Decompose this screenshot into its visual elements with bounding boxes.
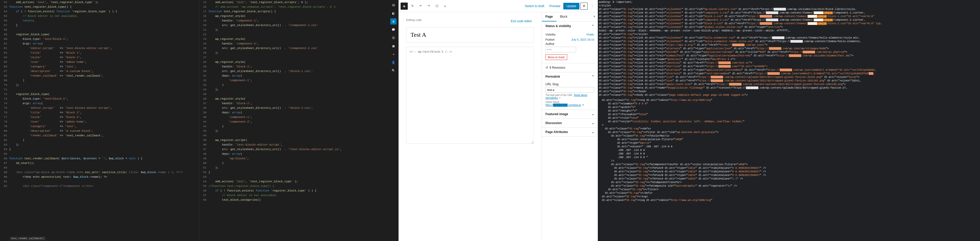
templates-icon[interactable]: ▦ [390, 43, 396, 49]
dom-node[interactable]: dt-attr">class="dt-tag"><link dt-attr">r… [599, 15, 979, 18]
dom-node[interactable]: dt-attr">viewBox="0 0 0 0" [599, 102, 979, 106]
dom-node[interactable]: dt-attr">class="dt-tag"></svg> [599, 195, 979, 199]
dom-node[interactable]: dt-attr">class="dt-tag"><feFuncG dt-attr… [599, 170, 979, 174]
close-sidebar-icon[interactable]: × [591, 12, 598, 21]
post-title-input[interactable] [406, 27, 534, 43]
tab-page[interactable]: Page [542, 12, 557, 21]
panel-discussion-title: Discussion [546, 121, 562, 125]
revisions-link[interactable]: ↺ 9 Revisions [542, 63, 598, 72]
pages-icon[interactable]: 🗎 [390, 18, 396, 24]
dom-node[interactable]: dt-attr">class="dt-tag"></head> [599, 90, 979, 94]
dom-node[interactable]: dt-attr">class="dt-tag"><svg dt-attr">xm… [599, 98, 979, 102]
preview-link[interactable]: Preview [547, 3, 563, 9]
dom-node[interactable]: dt-attr">class="dt-tag"><link dt-attr">r… [599, 83, 979, 86]
dom-node[interactable]: dt-attr">class="dt-tag"><feFuncA dt-attr… [599, 177, 979, 181]
dom-node[interactable]: dt-attr">class="dt-tag"><link dt-attr">r… [599, 54, 979, 58]
dom-node[interactable]: dt-attr">type="matrix" [599, 141, 979, 145]
author-select[interactable]: ▪▪▪▪▪▪ [546, 47, 576, 52]
breadcrumb[interactable]: test_render_callback() [9, 236, 46, 241]
dom-node[interactable]: dt-attr">class="dt-tag"><link dt-attr">r… [599, 18, 979, 22]
users-icon[interactable]: 👤 [390, 59, 396, 65]
post-content-textarea[interactable]: <!-- wp:test/block-1 /--> [406, 47, 534, 144]
permalink-url[interactable]: https://████████.com/test-a/ ↗ [546, 104, 594, 106]
dom-node[interactable]: dt-attr">class="dt-tag"><link dt-attr">r… [599, 68, 979, 72]
devtools-elements-panel[interactable]: padding: 0 !important; </style> dt-attr"… [598, 0, 980, 241]
dom-node[interactable]: body{--wp--preset--color--black: #000000… [599, 29, 979, 33]
dom-node[interactable]: dt-attr">class="dt-tag"><meta dt-attr">n… [599, 58, 979, 61]
dom-node[interactable]: dt-attr">class="dt-tag"><link dt-attr">r… [599, 25, 979, 29]
dom-node[interactable]: dt-attr">class="dt-tag"><link dt-attr">r… [599, 11, 979, 15]
dom-node[interactable]: dt-attr">class="dt-tag"><link dt-attr">r… [599, 47, 979, 51]
dom-node[interactable]: dt-attr">class="dt-tag"></style> [599, 33, 979, 36]
dom-node[interactable]: dt-attr">class="dt-tag"><filter dt-attr"… [599, 131, 979, 134]
dom-node[interactable]: dt-attr">color-interpolation-filters="sR… [599, 138, 979, 141]
dom-node[interactable]: dt-attr">class="dt-tag"><link dt-attr">r… [599, 8, 979, 11]
panel-permalink-header[interactable]: Permalink ⌃ [542, 72, 598, 81]
dom-node[interactable]: dt-attr">width="0" [599, 106, 979, 109]
dom-node[interactable]: > [599, 124, 979, 127]
dom-node[interactable]: dt-attr">class="dt-tag"><meta dt-attr">n… [599, 86, 979, 90]
dom-node[interactable]: dt-attr">class="dt-tag"><link dt-attr">r… [599, 61, 979, 65]
edit-icon[interactable]: ✎ [409, 3, 416, 10]
dom-node[interactable]: dt-attr">class="dt-tag"><link dt-attr">r… [599, 65, 979, 68]
code-content[interactable]: add_action( 'init', 'test_register_block… [9, 0, 199, 241]
info-icon[interactable]: ⓘ [433, 3, 441, 10]
dashboard-icon[interactable]: ◧ [390, 10, 396, 16]
code-content[interactable]: add_action( 'init', 'test_register_block… [208, 0, 398, 241]
panel-featured-image[interactable]: Featured image ⌄ [542, 110, 598, 119]
dom-node[interactable]: dt-attr">class="dt-tag"><link dt-attr">r… [599, 76, 979, 79]
dom-node[interactable]: dt-attr">class="dt-tag"><body dt-attr">c… [599, 94, 979, 97]
switch-draft-link[interactable]: Switch to draft [523, 3, 546, 9]
add-block-button[interactable]: ＋ [401, 3, 408, 10]
dom-node[interactable]: dt-attr">role="none" [599, 116, 979, 120]
dom-node[interactable]: dt-attr">height="0" [599, 109, 979, 113]
elementor-icon[interactable]: Ⓔ [390, 35, 396, 41]
dom-node[interactable]: .299 .587 .114 0 0 " [599, 156, 979, 159]
panel-attributes[interactable]: Page Attributes ⌄ [542, 128, 598, 136]
dom-node[interactable]: dt-attr">class="dt-tag"><link dt-attr">r… [599, 36, 979, 40]
exit-code-editor-link[interactable]: Exit code editor [509, 18, 534, 24]
options-icon[interactable]: ⋮ [589, 3, 596, 10]
undo-icon[interactable]: ↶ [417, 3, 424, 10]
dom-node[interactable]: dt-attr">class="dt-tag"></filter> [599, 188, 979, 192]
update-button[interactable]: Update [563, 3, 579, 10]
search-icon[interactable]: 🔍 [390, 67, 396, 73]
dom-node[interactable]: dt-attr">class="dt-tag"></feComponentTra… [599, 181, 979, 184]
dom-node[interactable]: dt-attr">class="dt-tag"><defs> [599, 127, 979, 131]
dom-node[interactable]: dt-attr">style="visibility: hidden; posi… [599, 120, 979, 124]
dom-node[interactable]: dt-attr">class="dt-tag"><link dt-attr">r… [599, 40, 979, 43]
dom-node[interactable]: dt-attr">class="dt-tag"></defs> [599, 192, 979, 195]
code-editor-right[interactable]: 1516171819202122232425262728293031323334… [199, 0, 399, 241]
dom-node[interactable]: dt-attr">class="dt-tag"><feFuncB dt-attr… [599, 174, 979, 177]
outline-icon[interactable]: ≡ [441, 3, 449, 10]
dom-node[interactable]: dt-attr">class="dt-tag"><link dt-attr">r… [599, 72, 979, 76]
dom-node[interactable]: dt-attr">class="dt-tag"><link dt-attr">r… [599, 79, 979, 83]
redo-icon[interactable]: ↷ [425, 3, 432, 10]
dom-node[interactable]: .299 .587 .114 0 0 [599, 152, 979, 156]
dom-node[interactable]: dt-attr">class="dt-tag"><feComponentTran… [599, 163, 979, 166]
dom-node[interactable]: dt-attr">values=" .299 .587 .114 0 0 [599, 145, 979, 149]
visibility-label: Visibility [546, 33, 556, 36]
dom-node[interactable]: dt-attr">class="dt-tag"><feFuncR dt-attr… [599, 166, 979, 170]
dom-node[interactable]: dt-attr">class="dt-tag"><link dt-attr">r… [599, 22, 979, 25]
wp-logo-icon[interactable]: ⓦ [390, 2, 396, 8]
code-editor-left[interactable]: 5253545556575859606162636465666768697071… [0, 0, 199, 241]
url-slug-input[interactable] [546, 87, 594, 93]
comments-icon[interactable]: 💬 [390, 27, 396, 33]
dom-node[interactable]: .299 .587 .114 0 0 [599, 149, 979, 152]
add-icon[interactable]: ＋ [390, 51, 396, 57]
dom-node[interactable]: dt-attr">class="dt-tag"><link dt-attr">r… [599, 51, 979, 54]
panel-discussion[interactable]: Discussion ⌄ [542, 119, 598, 127]
tab-block[interactable]: Block [557, 12, 571, 21]
dom-node[interactable]: dt-attr">class="dt-tag"><svg dt-attr">xm… [599, 199, 979, 202]
visibility-value[interactable]: Public [587, 33, 594, 36]
dom-node[interactable]: dt-attr">class="dt-tag"><feColorMatrix [599, 134, 979, 138]
dom-node[interactable]: /> [599, 159, 979, 163]
dom-node[interactable]: dt-attr">class="dt-tag"><link dt-attr">r… [599, 43, 979, 47]
publish-value[interactable]: July 5, 2022 16:15 [571, 38, 594, 41]
panel-status-header[interactable]: Status & visibility ⌃ [542, 22, 598, 30]
move-to-trash-button[interactable]: Move to trash [546, 54, 567, 60]
dom-node[interactable]: dt-attr">focusable="false" [599, 113, 979, 116]
dom-node[interactable]: dt-attr">class="dt-tag"><feComposite in2… [599, 184, 979, 188]
settings-icon[interactable]: ⚙ [581, 3, 588, 10]
